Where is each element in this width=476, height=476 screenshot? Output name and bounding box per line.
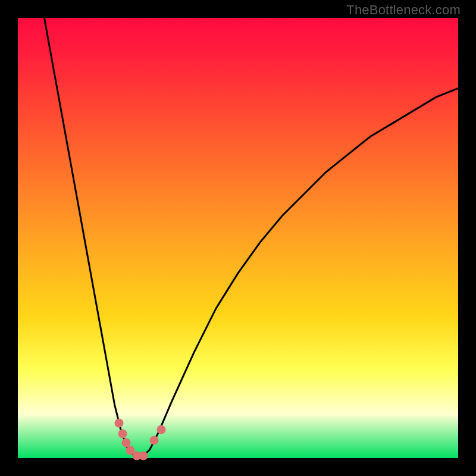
- data-marker: [150, 436, 159, 445]
- marker-layer: [18, 18, 458, 458]
- watermark-text: TheBottleneck.com: [346, 2, 461, 18]
- data-marker: [139, 452, 148, 461]
- chart-frame: TheBottleneck.com: [0, 0, 476, 476]
- data-marker: [156, 425, 165, 434]
- data-marker: [118, 430, 127, 439]
- data-marker: [115, 418, 124, 427]
